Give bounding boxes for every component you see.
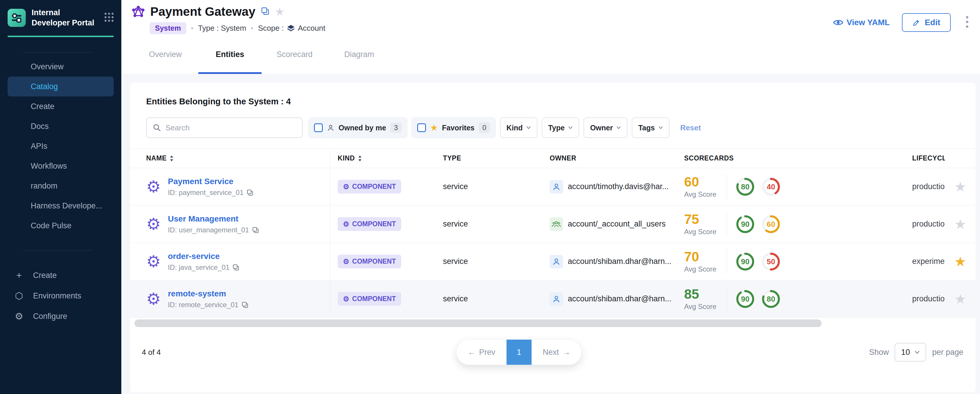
entity-id: ID: java_service_01 — [168, 263, 229, 272]
entity-name-link[interactable]: remote-system — [168, 289, 248, 299]
sidebar-item-apis[interactable]: APIs — [8, 136, 114, 156]
owner-avatar — [550, 218, 563, 231]
user-icon — [327, 124, 334, 132]
sidebar-item-random[interactable]: random — [8, 176, 114, 196]
app-grid-icon[interactable] — [104, 12, 114, 24]
entity-lifecycle-cell: experimental — [912, 257, 945, 266]
sidebar-item-workflows[interactable]: Workflows — [8, 156, 114, 176]
copy-icon[interactable] — [232, 264, 239, 271]
favorite-star-icon[interactable]: ★ — [954, 179, 966, 194]
avg-score-label: Avg Score — [684, 190, 719, 199]
table-body: ⚙Payment ServiceID: payment_service_01⚙C… — [130, 168, 975, 318]
eye-icon — [833, 19, 843, 26]
entity-id: ID: payment_service_01 — [168, 189, 243, 197]
sidebar-item-create[interactable]: Create — [8, 97, 114, 116]
entities-card: Entities Belonging to the System : 4 — [130, 83, 975, 392]
svg-text:40: 40 — [767, 183, 775, 191]
entity-id: ID: user_management_01 — [168, 226, 249, 234]
tab-overview[interactable]: Overview — [133, 35, 198, 74]
entity-kind-cell: ⚙COMPONENT — [330, 180, 436, 194]
main-area: Payment Gateway ★ System • Type : System… — [121, 0, 980, 394]
prev-page-button[interactable]: ← Prev — [457, 340, 507, 365]
owned-by-me-label: Owned by me — [339, 124, 386, 132]
filter-dropdown-type[interactable]: Type — [542, 118, 579, 138]
sidebar-item-catalog[interactable]: Catalog — [8, 76, 114, 97]
entity-owner-cell: account/shibam.dhar@harn... — [550, 255, 684, 268]
sidebar-footer-item-configure[interactable]: ⚙Configure — [0, 306, 121, 326]
copy-icon[interactable] — [252, 227, 259, 234]
next-page-button[interactable]: Next → — [531, 340, 582, 365]
type-value: service — [443, 294, 468, 303]
entity-name-link[interactable]: Payment Service — [168, 177, 253, 186]
kind-label: COMPONENT — [352, 295, 396, 303]
tab-entities[interactable]: Entities — [198, 35, 262, 74]
entity-favorite-cell: ★ — [945, 180, 975, 194]
entity-owner-cell: account/_account_all_users — [550, 218, 684, 231]
copy-icon[interactable] — [247, 189, 253, 196]
entity-scorecards-cell: 70Avg Score9050 — [684, 249, 912, 274]
filter-bar: Owned by me 3 ★ Favorites 0 KindTypeOwne… — [146, 118, 959, 138]
pagination: ← Prev 1 Next → — [457, 339, 582, 365]
lifecycle-value: experimental — [912, 257, 945, 266]
entity-favorite-cell: ★ — [945, 255, 975, 268]
scope-layers-icon — [287, 25, 295, 32]
copy-icon[interactable] — [242, 301, 248, 308]
kind-badge: ⚙COMPONENT — [338, 217, 401, 231]
search-box — [146, 118, 302, 138]
view-yaml-link[interactable]: View YAML — [833, 18, 890, 27]
favorite-title-star-icon[interactable]: ★ — [275, 6, 285, 17]
section-title: Entities Belonging to the System : 4 — [130, 83, 975, 106]
owned-by-me-checkbox[interactable] — [314, 123, 323, 132]
tab-diagram[interactable]: Diagram — [327, 35, 391, 74]
sidebar-item-docs[interactable]: Docs — [8, 116, 114, 136]
horizontal-scrollbar-thumb[interactable] — [135, 319, 821, 327]
entity-name-link[interactable]: order-service — [168, 252, 239, 261]
more-options-kebab-icon[interactable] — [963, 14, 971, 31]
chevron-down-icon — [568, 126, 573, 129]
entity-scorecards-cell: 60Avg Score8040 — [684, 175, 912, 199]
favorites-filter[interactable]: ★ Favorites 0 — [412, 118, 496, 138]
column-header-name[interactable]: NAME — [130, 149, 330, 168]
user-icon — [552, 295, 560, 303]
per-page-label: per page — [932, 348, 963, 357]
reset-filters-link[interactable]: Reset — [680, 123, 701, 132]
owner-value: account/timothy.davis@har... — [568, 182, 669, 191]
favorite-star-icon[interactable]: ★ — [954, 254, 966, 269]
lifecycle-value: production — [912, 219, 945, 228]
sidebar-item-harness-develope-[interactable]: Harness Develope... — [8, 196, 114, 216]
owned-by-me-filter[interactable]: Owned by me 3 — [309, 118, 407, 138]
filter-dropdown-owner[interactable]: Owner — [584, 118, 627, 138]
favorites-checkbox[interactable] — [417, 123, 426, 132]
score-gauge: 90 — [735, 289, 756, 310]
filter-dropdown-kind[interactable]: Kind — [500, 118, 537, 138]
chevron-down-icon — [915, 350, 920, 354]
hexagons-icon: ⬡ — [13, 290, 25, 301]
dot-separator: • — [191, 24, 193, 32]
svg-text:50: 50 — [767, 257, 775, 266]
search-input[interactable] — [165, 123, 296, 132]
filter-dropdown-tags[interactable]: Tags — [632, 118, 670, 138]
entity-kind-cell: ⚙COMPONENT — [330, 254, 436, 268]
current-page-button[interactable]: 1 — [506, 340, 531, 365]
sidebar-footer-item-create[interactable]: +Create — [0, 265, 121, 286]
column-header-scorecards: SCORECARDS — [684, 154, 912, 162]
chevron-down-icon — [616, 126, 621, 129]
svg-text:90: 90 — [741, 220, 749, 229]
favorite-star-icon[interactable]: ★ — [954, 291, 966, 307]
owner-avatar — [550, 255, 563, 268]
score-gauge: 50 — [760, 251, 781, 272]
type-label: Type : System — [198, 24, 246, 33]
copy-title-icon[interactable] — [261, 7, 270, 17]
entity-owner-cell: account/shibam.dhar@harn... — [550, 292, 684, 306]
sidebar-item-overview[interactable]: Overview — [8, 57, 114, 76]
sidebar-item-code-pulse[interactable]: Code Pulse — [8, 216, 114, 235]
entity-name-link[interactable]: User Management — [168, 214, 259, 224]
tab-scorecard[interactable]: Scorecard — [262, 35, 327, 74]
favorite-star-icon[interactable]: ★ — [954, 216, 966, 232]
system-badge: System — [150, 22, 186, 34]
page-size-select[interactable]: 10 — [895, 343, 926, 362]
edit-button[interactable]: Edit — [902, 13, 951, 32]
column-header-kind[interactable]: KIND — [330, 154, 436, 162]
user-icon — [552, 257, 560, 266]
sidebar-footer-item-environments[interactable]: ⬡Environments — [0, 286, 121, 306]
